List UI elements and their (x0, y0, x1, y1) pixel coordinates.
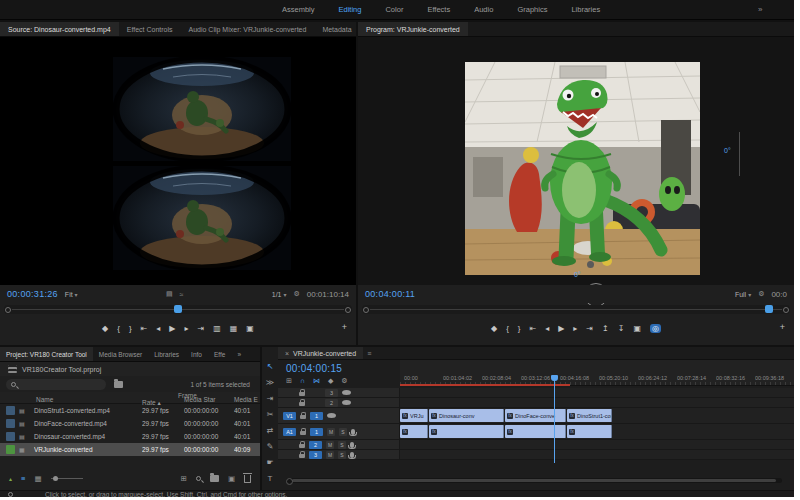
voiceover-record-icon[interactable] (350, 452, 354, 458)
step-back-icon[interactable]: ◂ (545, 324, 549, 333)
timeline-clip-vrjunkie[interactable]: fx VRJu (400, 409, 428, 422)
workspace-tab-libraries[interactable]: Libraries (571, 5, 600, 14)
step-back-icon[interactable]: ◂ (156, 324, 160, 333)
column-media-end[interactable]: Media E (234, 396, 260, 403)
extract-icon[interactable]: ↧ (618, 324, 625, 333)
export-frame-icon[interactable]: ▣ (246, 324, 254, 333)
program-timecode[interactable]: 00:04:00:11 (365, 289, 415, 299)
close-icon[interactable]: × (285, 350, 289, 357)
new-item-icon[interactable]: ▣ (228, 474, 235, 483)
eye-icon[interactable] (327, 413, 336, 418)
ripple-edit-tool[interactable]: ⇥ (267, 394, 274, 403)
source-playhead[interactable] (174, 305, 182, 313)
solo-button[interactable]: S (338, 451, 346, 459)
lock-icon[interactable] (299, 402, 305, 406)
source-patch-a1[interactable]: A1 (283, 428, 296, 436)
panel-menu-icon[interactable]: ≡ (367, 350, 371, 357)
vr-pitch-value[interactable]: 0° (724, 147, 731, 154)
lock-icon[interactable] (300, 415, 306, 419)
tab-metadata[interactable]: Metadata (314, 22, 356, 36)
project-row[interactable]: ▤ DinoFace-converted.mp4 29.97 fps 00:00… (0, 417, 260, 430)
solo-button[interactable]: S (338, 441, 346, 449)
timeline-audio-clip[interactable]: fx (400, 425, 428, 438)
tab-info[interactable]: Info (185, 347, 208, 361)
tab-project[interactable]: Project: VR180 Creator Tool (0, 347, 93, 361)
thumbnail-zoom-slider[interactable] (51, 478, 83, 479)
mark-in-icon[interactable]: { (117, 324, 120, 333)
go-to-out-icon[interactable]: ⇥ (198, 324, 205, 333)
add-marker-icon[interactable]: ◆ (102, 324, 108, 333)
label-chip[interactable] (6, 445, 15, 454)
program-vr-preview[interactable] (465, 62, 700, 275)
tab-source-monitor[interactable]: Source: Dinosaur-converted.mp4 (0, 22, 119, 36)
type-tool[interactable]: T (268, 474, 273, 483)
settings-wrench-icon[interactable]: ⚙ (293, 290, 299, 298)
clear-trash-icon[interactable] (244, 475, 251, 483)
column-name[interactable]: Name (0, 396, 36, 403)
track-target-v2[interactable]: 2 (325, 399, 338, 407)
label-chip[interactable] (6, 432, 15, 441)
go-to-in-icon[interactable]: ⇤ (529, 324, 536, 333)
drag-video-icon[interactable]: ▤ (166, 290, 173, 298)
step-forward-icon[interactable]: ▸ (573, 324, 577, 333)
add-marker-icon[interactable]: ◆ (491, 324, 497, 333)
sequence-tab[interactable]: × VRJunkie-converted (278, 347, 363, 359)
new-bin-icon[interactable] (210, 475, 219, 482)
timeline-horizontal-scrollbar[interactable] (286, 478, 782, 483)
play-icon[interactable]: ▶ (169, 324, 175, 333)
program-playhead[interactable] (765, 305, 773, 313)
vr-yaw-knob[interactable] (587, 261, 594, 268)
track-a3-lane[interactable] (400, 450, 794, 459)
selection-tool[interactable]: ↖ (267, 362, 274, 371)
overwrite-icon[interactable]: ▦ (230, 324, 238, 333)
project-row[interactable]: ▤ DinoStrut1-converted.mp4 29.97 fps 00:… (0, 404, 260, 417)
drag-audio-icon[interactable]: ≈ (180, 291, 184, 298)
project-row[interactable]: ▤ Dinosaur-converted.mp4 29.97 fps 00:00… (0, 430, 260, 443)
workspace-tab-editing[interactable]: Editing (339, 5, 362, 14)
lock-icon[interactable] (299, 454, 305, 458)
mute-button[interactable]: M (326, 441, 334, 449)
search-input[interactable] (19, 380, 99, 389)
workspace-tab-assembly[interactable]: Assembly (282, 5, 315, 14)
program-scrubber[interactable] (362, 305, 790, 314)
column-frame-rate[interactable]: Frame Rate ▴ (142, 392, 184, 407)
mark-out-icon[interactable]: } (129, 324, 132, 333)
track-target-a1[interactable]: 1 (310, 428, 323, 436)
snap-icon[interactable]: ∩ (300, 377, 305, 385)
timeline-audio-clip[interactable]: fx (429, 425, 504, 438)
eye-icon[interactable] (342, 390, 351, 395)
razor-tool[interactable]: ✂ (267, 410, 274, 419)
pen-tool[interactable]: ✎ (267, 442, 274, 451)
timeline-clip-dinostrut[interactable]: fx DinoStrut1-con (567, 409, 612, 422)
tab-effect-controls[interactable]: Effect Controls (119, 22, 181, 36)
tab-audio-clip-mixer[interactable]: Audio Clip Mixer: VRJunkie-converted (181, 22, 315, 36)
timeline-playhead[interactable] (554, 375, 555, 463)
mute-button[interactable]: M (326, 451, 334, 459)
source-scrubber[interactable] (4, 305, 352, 314)
mute-button[interactable]: M (327, 428, 335, 436)
go-to-in-icon[interactable]: ⇤ (141, 324, 148, 333)
settings-wrench-icon[interactable]: ⚙ (758, 290, 764, 298)
list-view-icon[interactable]: ≡ (21, 474, 25, 483)
source-patch-v1[interactable]: V1 (283, 412, 296, 420)
column-media-start[interactable]: Media Star (184, 396, 234, 403)
project-file-row[interactable]: VR180Creator Tool.prproj (0, 362, 260, 376)
track-v3-lane[interactable] (400, 388, 794, 397)
insert-as-nest-icon[interactable]: ⊞ (286, 377, 292, 385)
hand-tool[interactable]: ☛ (266, 458, 273, 467)
timeline-settings-icon[interactable]: ⚙ (341, 377, 347, 385)
icon-view-icon[interactable]: ▦ (34, 474, 41, 483)
timeline-audio-clip[interactable]: fx (505, 425, 566, 438)
go-to-out-icon[interactable]: ⇥ (586, 324, 593, 333)
tab-libraries[interactable]: Libraries (148, 347, 185, 361)
toggle-vr-display-icon[interactable]: ◎ (650, 324, 661, 333)
button-editor-plus[interactable]: + (342, 322, 347, 332)
insert-icon[interactable]: ▥ (213, 324, 221, 333)
automate-to-sequence-icon[interactable]: ⊞ (181, 474, 187, 483)
mark-in-icon[interactable]: { (506, 324, 509, 333)
track-select-tool[interactable]: ≫ (266, 378, 274, 387)
tab-program-monitor[interactable]: Program: VRJunkie-converted (358, 22, 468, 36)
vr-pitch-slider[interactable] (739, 132, 740, 176)
vr-yaw-value[interactable]: 0° (574, 271, 581, 278)
track-v1-lane[interactable]: fx VRJu fx Dinosaur-conv fx DinoFace-con… (400, 408, 794, 423)
